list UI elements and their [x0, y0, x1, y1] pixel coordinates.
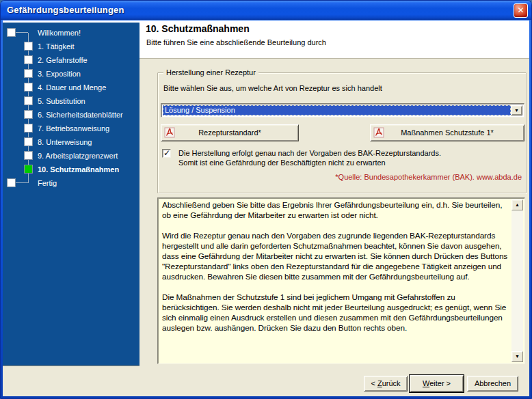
step-square-icon	[24, 137, 33, 146]
step-square-icon	[24, 110, 33, 119]
button-label: Abbrechen	[475, 379, 511, 387]
next-button-default-border: Weiter >	[409, 374, 464, 393]
button-label: eiter >	[429, 379, 451, 387]
sidebar-item-label: 7. Betriebsanweisung	[38, 122, 139, 135]
button-label: Maßnahmen Schutzstufe 1*	[371, 125, 524, 141]
sidebar-item-label: 3. Exposition	[38, 67, 139, 81]
sidebar-item-dauer-und-menge[interactable]: 4. Dauer und Menge	[3, 81, 139, 94]
sidebar-item-betriebsanweisung[interactable]: 7. Betriebsanweisung	[3, 122, 139, 135]
sidebar-item-label: 9. Arbeitsplatzgrenzwert	[38, 149, 139, 163]
wizard-window: Gefährdungsbeurteilungen ✕ 10. Schutzmaß…	[0, 0, 532, 399]
dropdown-selected-value: Lösung / Suspension	[163, 105, 511, 115]
chevron-down-icon[interactable]: ▼	[511, 105, 522, 115]
client-area: 10. Schutzmaßnahmen Bitte führen Sie ein…	[3, 20, 529, 396]
scrollbar-track[interactable]	[511, 210, 523, 351]
sidebar-item-label: Fertig	[38, 176, 139, 190]
sidebar-item-schutzmassnahmen[interactable]: 10. Schutzmaßnahmen	[3, 163, 139, 176]
button-label-accelerator: W	[423, 379, 429, 387]
sidebar-item-label: 5. Substitution	[38, 94, 139, 108]
step-square-icon	[24, 55, 33, 64]
bak-standard-checkbox[interactable]: ✓	[162, 149, 171, 158]
steps-tree: Willkommen! 1. Tätigkeit 2. Gefahrstoffe…	[3, 23, 139, 366]
step-square-icon	[24, 124, 33, 133]
sidebar-item-label: 4. Dauer und Menge	[38, 81, 139, 94]
groupbox-title: Herstellung einer Rezeptur	[163, 68, 258, 77]
step-square-active-icon	[24, 165, 33, 174]
sidebar-item-label: 2. Gefahrstoffe	[38, 53, 139, 67]
assessment-info-text: Abschließend geben Sie bitte das Ergebni…	[159, 200, 510, 362]
button-label: urück	[382, 379, 401, 387]
page-subtitle: Bitte führen Sie eine abschließende Beur…	[146, 38, 326, 46]
window-title: Gefährdungsbeurteilungen	[7, 5, 124, 15]
close-icon: ✕	[517, 5, 524, 15]
sidebar-item-arbeitsplatzgrenzwert[interactable]: 9. Arbeitsplatzgrenzwert	[3, 149, 139, 163]
button-label: Rezepturstandard*	[161, 125, 298, 141]
sidebar-item-taetigkeit[interactable]: 1. Tätigkeit	[3, 40, 139, 53]
rezeptur-prompt: Bitte wählen Sie aus, um welche Art von …	[163, 84, 382, 92]
checkbox-label-line2: Somit ist eine Gefährdung der Beschäftig…	[178, 158, 441, 167]
step-square-icon	[7, 178, 16, 187]
step-square-icon	[24, 42, 33, 51]
sidebar-item-label: 1. Tätigkeit	[38, 40, 139, 53]
sidebar-item-fertig[interactable]: Fertig	[3, 176, 139, 190]
step-square-icon	[7, 28, 16, 37]
info-paragraph: Wird die Rezeptur genau nach den Vorgabe…	[162, 231, 509, 282]
cancel-button[interactable]: Abbrechen	[467, 376, 518, 391]
scroll-down-icon[interactable]: ▼	[511, 351, 523, 362]
sidebar-item-substitution[interactable]: 5. Substitution	[3, 94, 139, 108]
close-button[interactable]: ✕	[514, 3, 528, 18]
page-title: 10. Schutzmaßnahmen	[146, 23, 250, 34]
rezepturstandard-button[interactable]: Rezepturstandard*	[161, 124, 299, 141]
pdf-icon	[373, 127, 384, 138]
checkmark-icon: ✓	[163, 148, 170, 158]
rezeptur-type-dropdown[interactable]: Lösung / Suspension ▼	[161, 103, 524, 118]
sidebar-item-label: 8. Unterweisung	[38, 135, 139, 149]
back-button[interactable]: < Zurück	[364, 376, 408, 391]
info-paragraph: Die Maßnahmen der Schutzstufe 1 sind bei…	[162, 292, 509, 333]
bak-standard-checkbox-row: ✓ Die Herstellung erfolgt genau nach der…	[162, 148, 441, 167]
button-label: <	[371, 379, 377, 387]
sidebar-item-label: Willkommen!	[38, 26, 139, 40]
sidebar-item-exposition[interactable]: 3. Exposition	[3, 67, 139, 81]
sidebar-item-willkommen[interactable]: Willkommen!	[3, 26, 139, 40]
tree-connector	[16, 32, 28, 33]
rezeptur-groupbox: Herstellung einer Rezeptur Bitte wählen …	[157, 72, 527, 193]
sidebar-item-gefahrstoffe[interactable]: 2. Gefahrstoffe	[3, 53, 139, 67]
scroll-up-icon[interactable]: ▲	[511, 200, 523, 210]
info-paragraph: Abschließend geben Sie bitte das Ergebni…	[162, 200, 509, 221]
next-button[interactable]: Weiter >	[410, 375, 464, 392]
sidebar-item-label: 6. Sicherheitsdatenblätter	[38, 108, 139, 122]
pdf-icon	[164, 127, 175, 138]
assessment-info-box[interactable]: Abschließend geben Sie bitte das Ergebni…	[157, 197, 525, 364]
checkbox-label-line1: Die Herstellung erfolgt genau nach der V…	[178, 148, 441, 158]
sidebar-item-unterweisung[interactable]: 8. Unterweisung	[3, 135, 139, 149]
wizard-steps-sidebar: Willkommen! 1. Tätigkeit 2. Gefahrstoffe…	[3, 23, 139, 366]
tree-connector	[16, 182, 28, 183]
sidebar-item-label: 10. Schutzmaßnahmen	[38, 163, 139, 176]
step-square-icon	[24, 151, 33, 160]
step-square-icon	[24, 83, 33, 92]
massnahmen-schutzstufe-button[interactable]: Maßnahmen Schutzstufe 1*	[370, 124, 524, 141]
step-square-icon	[24, 69, 33, 78]
source-note: *Quelle: Bundesapothekerkammer (BAK). ww…	[335, 173, 522, 181]
title-bar: Gefährdungsbeurteilungen ✕	[1, 1, 531, 20]
sidebar-item-sicherheitsdatenblaetter[interactable]: 6. Sicherheitsdatenblätter	[3, 108, 139, 122]
button-label-accelerator: Z	[377, 379, 382, 387]
step-square-icon	[24, 96, 33, 105]
vertical-scrollbar[interactable]: ▲ ▼	[511, 200, 523, 362]
